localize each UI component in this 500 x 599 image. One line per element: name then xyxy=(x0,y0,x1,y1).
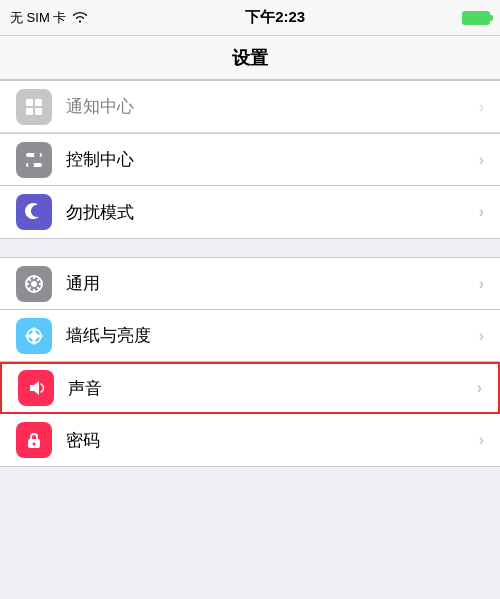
carrier-label: 无 SIM 卡 xyxy=(10,9,66,27)
control-center-label: 控制中心 xyxy=(66,148,479,171)
do-not-disturb-icon xyxy=(16,194,52,230)
battery-icon xyxy=(462,11,490,25)
notification-center-label: 通知中心 xyxy=(66,95,479,118)
svg-point-31 xyxy=(33,443,36,446)
list-item-passcode[interactable]: 密码 › xyxy=(0,414,500,466)
list-item-do-not-disturb[interactable]: 勿扰模式 › xyxy=(0,186,500,238)
svg-line-14 xyxy=(29,278,31,280)
do-not-disturb-chevron: › xyxy=(479,203,484,221)
list-item-notification-center[interactable]: 通知中心 › xyxy=(0,81,500,133)
wifi-icon xyxy=(72,10,88,26)
status-time: 下午2:23 xyxy=(245,8,305,27)
control-center-icon xyxy=(16,142,52,178)
wallpaper-label: 墙纸与亮度 xyxy=(66,324,479,347)
passcode-icon xyxy=(16,422,52,458)
page-title: 设置 xyxy=(232,46,268,70)
general-label: 通用 xyxy=(66,272,479,295)
sounds-chevron: › xyxy=(477,379,482,397)
svg-rect-2 xyxy=(26,108,33,115)
section-group-top: 通知中心 › xyxy=(0,80,500,133)
general-chevron: › xyxy=(479,275,484,293)
svg-point-24 xyxy=(32,327,36,334)
svg-point-6 xyxy=(34,152,40,158)
passcode-label: 密码 xyxy=(66,429,479,452)
wallpaper-icon xyxy=(16,318,52,354)
list-item-sounds[interactable]: 声音 › xyxy=(0,362,500,414)
do-not-disturb-label: 勿扰模式 xyxy=(66,201,479,224)
passcode-chevron: › xyxy=(479,431,484,449)
settings-list: 通知中心 › 控制中心 › xyxy=(0,80,500,467)
general-icon xyxy=(16,266,52,302)
svg-point-27 xyxy=(36,334,43,338)
control-center-chevron: › xyxy=(479,151,484,169)
wallpaper-chevron: › xyxy=(479,327,484,345)
notification-center-icon xyxy=(16,89,52,125)
svg-point-25 xyxy=(32,338,36,345)
sounds-label: 声音 xyxy=(68,377,477,400)
status-left: 无 SIM 卡 xyxy=(10,9,88,27)
status-right xyxy=(462,11,490,25)
list-item-control-center[interactable]: 控制中心 › xyxy=(0,134,500,186)
svg-line-15 xyxy=(37,287,39,289)
list-item-wallpaper[interactable]: 墙纸与亮度 › xyxy=(0,310,500,362)
list-item-general[interactable]: 通用 › xyxy=(0,258,500,310)
svg-point-7 xyxy=(28,162,34,168)
sounds-icon xyxy=(18,370,54,406)
svg-rect-0 xyxy=(26,99,33,106)
svg-point-28 xyxy=(31,333,37,339)
svg-point-9 xyxy=(31,281,37,287)
svg-line-16 xyxy=(37,278,39,280)
svg-rect-3 xyxy=(35,108,42,115)
notification-center-chevron: › xyxy=(479,98,484,116)
nav-bar: 设置 xyxy=(0,36,500,80)
svg-marker-29 xyxy=(30,381,39,395)
status-bar: 无 SIM 卡 下午2:23 xyxy=(0,0,500,36)
svg-point-26 xyxy=(25,334,32,338)
svg-rect-1 xyxy=(35,99,42,106)
section-group-1: 控制中心 › 勿扰模式 › xyxy=(0,133,500,239)
svg-line-17 xyxy=(29,287,31,289)
section-group-2: 通用 › 墙纸与 xyxy=(0,257,500,467)
